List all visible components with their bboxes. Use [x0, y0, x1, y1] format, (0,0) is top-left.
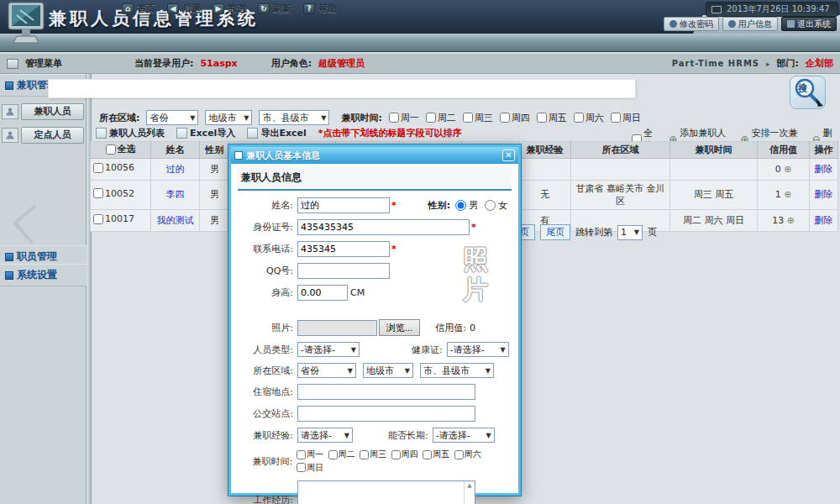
- sidebar: 兼职管理 兼职人员 定点人员: [0, 74, 87, 504]
- add-credit-icon[interactable]: ⊕: [784, 189, 791, 200]
- modal-weekday-mon[interactable]: 周一: [297, 449, 323, 460]
- person-info-modal: 兼职人员基本信息 ✕ 兼职人员信息 照片 姓名: * 性别: 男 女 身份证号:…: [228, 144, 521, 496]
- weekday-checkbox-tue[interactable]: 周二: [426, 112, 456, 124]
- delete-row-link[interactable]: 删除: [815, 215, 833, 226]
- header-actions: 修改密码 用户信息 退出系统: [664, 17, 837, 31]
- nav-refresh[interactable]: ↻ 刷新: [258, 3, 291, 15]
- toolbar-left: 兼职人员列表 Excel导入 导出Excel *点击带下划线的标题字段可以排序: [96, 127, 462, 139]
- monitor-small-icon: [711, 6, 722, 13]
- chevron-down-icon: ▼: [486, 432, 491, 439]
- sidebar-group-system[interactable]: 系统设置: [0, 264, 87, 286]
- excel-export-button[interactable]: 导出Excel: [247, 127, 306, 139]
- modal-city-select[interactable]: 地级市 ▼: [363, 363, 413, 378]
- province-select[interactable]: 省份 ▼: [146, 110, 198, 125]
- brand-text: Part-Time HRMS: [672, 59, 759, 68]
- longterm-select[interactable]: -请选择- ▼: [433, 428, 495, 443]
- gender-female-radio[interactable]: [485, 200, 496, 211]
- last-page-button[interactable]: 尾页: [540, 224, 570, 240]
- dept-label: 部门:: [777, 57, 799, 70]
- qq-field[interactable]: [297, 263, 390, 279]
- close-icon[interactable]: ✕: [502, 150, 515, 161]
- phone-label: 联系电话:: [238, 243, 293, 255]
- browse-button[interactable]: 浏览...: [379, 319, 420, 336]
- row-checkbox[interactable]: 10056: [93, 162, 134, 173]
- nav-forward[interactable]: ▶ 前进: [213, 3, 246, 15]
- add-credit-icon[interactable]: ⊕: [787, 215, 795, 226]
- col-time[interactable]: 兼职时间: [670, 142, 758, 159]
- work-history-textarea[interactable]: ▲ ▼: [297, 480, 475, 504]
- modal-weekday-tue[interactable]: 周二: [328, 449, 355, 460]
- bus-stop-field[interactable]: [297, 406, 475, 422]
- modal-weekday-fri[interactable]: 周五: [423, 449, 449, 460]
- scroll-up-icon[interactable]: ▲: [467, 482, 471, 489]
- row-checkbox[interactable]: 10052: [93, 188, 134, 199]
- exp-label: 兼职经验:: [238, 429, 293, 442]
- nav-bar: [0, 34, 840, 52]
- weekday-checkbox-sat[interactable]: 周六: [574, 112, 604, 124]
- modal-province-select[interactable]: 省份 ▼: [297, 363, 356, 378]
- qq-label: QQ号:: [238, 265, 293, 277]
- modal-county-select[interactable]: 市、县级市 ▼: [420, 363, 494, 378]
- weekday-checkbox-thu[interactable]: 周四: [500, 112, 530, 124]
- user-icon: [728, 20, 736, 28]
- idcard-field[interactable]: [297, 219, 470, 235]
- modal-weekday-sat[interactable]: 周六: [454, 449, 481, 460]
- sidebar-item-fixed-person[interactable]: 定点人员: [21, 127, 84, 144]
- logout-button[interactable]: 退出系统: [781, 17, 837, 31]
- weekday-checkbox-wed[interactable]: 周三: [463, 112, 493, 124]
- col-credit[interactable]: 信用值: [758, 142, 810, 159]
- col-select-all[interactable]: 全选: [91, 142, 151, 159]
- col-name[interactable]: 姓名: [151, 142, 200, 159]
- person-name-link[interactable]: 我的测试: [157, 215, 194, 226]
- col-experience[interactable]: 兼职经验: [519, 142, 571, 159]
- list-tab[interactable]: 兼职人员列表: [96, 127, 165, 139]
- phone-field[interactable]: [297, 241, 390, 257]
- col-region[interactable]: 所在区域: [571, 142, 670, 159]
- search-icon: [790, 76, 825, 108]
- nav-back[interactable]: ◀ 后退: [167, 3, 201, 15]
- nav-home[interactable]: ⌂ 首页: [122, 3, 155, 15]
- monitor-logo-icon: [5, 2, 47, 45]
- photo-label: 照片:: [238, 322, 293, 334]
- required-star: *: [391, 200, 396, 211]
- add-credit-icon[interactable]: ⊕: [784, 164, 791, 175]
- search-button[interactable]: 搜: [790, 76, 826, 109]
- name-field[interactable]: [297, 197, 390, 213]
- photo-path-field[interactable]: [297, 320, 377, 336]
- height-field[interactable]: [297, 285, 348, 301]
- experience-select[interactable]: 请选择- ▼: [297, 428, 353, 443]
- nav-items: ⌂ 首页 ◀ 后退 ▶ 前进 ↻ 刷新 ? 帮助: [122, 3, 337, 15]
- dept-value: 企划部: [806, 57, 833, 70]
- scrollbar[interactable]: ▲ ▼: [464, 481, 475, 504]
- modal-weekday-wed[interactable]: 周三: [360, 449, 386, 460]
- modal-weekday-thu[interactable]: 周四: [391, 449, 418, 460]
- user-info-button[interactable]: 用户信息: [722, 17, 778, 31]
- county-select[interactable]: 市、县级市 ▼: [259, 110, 329, 125]
- health-select[interactable]: -请选择- ▼: [447, 342, 509, 357]
- gender-male-radio[interactable]: [455, 200, 466, 211]
- weekday-checkbox-sun[interactable]: 周日: [611, 112, 641, 124]
- address-field[interactable]: [297, 384, 475, 400]
- modal-titlebar[interactable]: 兼职人员基本信息 ✕: [231, 147, 518, 164]
- person-name-link[interactable]: 李四: [166, 189, 185, 200]
- excel-import-button[interactable]: Excel导入: [176, 127, 235, 139]
- weekday-checkbox-fri[interactable]: 周五: [537, 112, 567, 124]
- page-jump-select[interactable]: 1 ▼: [617, 225, 643, 240]
- type-select[interactable]: -请选择- ▼: [297, 342, 360, 357]
- col-action[interactable]: 操作: [810, 142, 838, 159]
- weekday-checkbox-mon[interactable]: 周一: [389, 112, 419, 124]
- change-password-button[interactable]: 修改密码: [664, 17, 719, 31]
- col-gender[interactable]: 性别: [200, 142, 230, 159]
- delete-row-link[interactable]: 删除: [815, 164, 833, 175]
- person-name-link[interactable]: 过的: [166, 164, 185, 175]
- row-checkbox[interactable]: 10017: [93, 213, 134, 224]
- modal-weekday-sun[interactable]: 周日: [297, 462, 323, 474]
- role-label: 用户角色:: [271, 57, 312, 70]
- chevron-down-icon: ▼: [344, 432, 349, 439]
- city-select[interactable]: 地级市 ▼: [205, 110, 252, 125]
- nav-help[interactable]: ? 帮助: [303, 3, 337, 15]
- back-icon: ◀: [167, 3, 179, 14]
- sidebar-item-parttime-person[interactable]: 兼职人员: [21, 103, 84, 120]
- help-icon: ?: [303, 3, 315, 14]
- delete-row-link[interactable]: 删除: [815, 189, 833, 200]
